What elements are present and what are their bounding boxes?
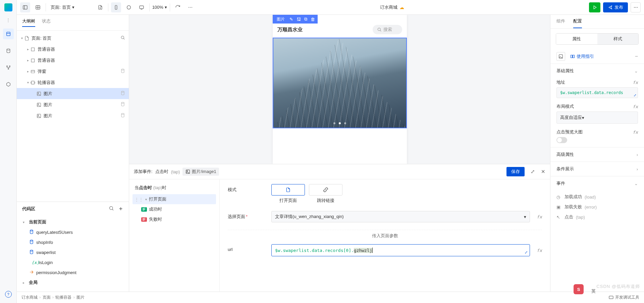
- section-adv-attr[interactable]: 高级属性›: [550, 147, 644, 162]
- tree-row[interactable]: 图片: [17, 88, 129, 99]
- product-logo[interactable]: [4, 3, 12, 11]
- publish-button[interactable]: 发布: [603, 2, 628, 12]
- breadcrumb-item[interactable]: 图片: [76, 295, 86, 300]
- expand-icon[interactable]: ⤢: [634, 93, 636, 97]
- more-menu-icon[interactable]: ⋯: [631, 2, 641, 12]
- code-item[interactable]: queryLatest5Users: [17, 227, 129, 237]
- edit-icon[interactable]: ✎: [289, 17, 293, 22]
- tree-row[interactable]: ▸普通容器: [17, 55, 129, 66]
- nav-pages-icon[interactable]: [3, 29, 14, 39]
- event-item[interactable]: ↖点击 (tap): [550, 212, 644, 222]
- save-icon[interactable]: 🖫: [297, 17, 301, 22]
- layout-label: 布局模式: [556, 103, 574, 110]
- event-target-chip[interactable]: 图片/image1: [182, 168, 219, 176]
- tab-outline[interactable]: 大纲树: [22, 18, 35, 27]
- device-desktop-icon[interactable]: [137, 2, 147, 12]
- topbar: 页面: 首页 ▾ 100%▾ ⋯ 订水商城 ☁ 发布 ⋯: [17, 0, 644, 15]
- svg-marker-18: [594, 6, 596, 9]
- breadcrumb-item[interactable]: 订水商城: [21, 295, 43, 300]
- code-group[interactable]: ▾当前页面: [17, 217, 129, 227]
- code-item[interactable]: shopInfo: [17, 237, 129, 247]
- svg-point-38: [110, 206, 113, 209]
- action-row[interactable]: IF失败时: [132, 214, 216, 224]
- tab-component[interactable]: 组件: [556, 18, 565, 28]
- svg-rect-16: [140, 6, 144, 8]
- delete-icon[interactable]: 🗑: [311, 17, 315, 22]
- tree-row[interactable]: 图片: [17, 110, 129, 121]
- tree-row[interactable]: ▾页面: 首页: [17, 33, 129, 44]
- close-icon[interactable]: ✕: [541, 169, 545, 175]
- event-title-event: 点击时: [155, 169, 168, 175]
- section-base-attr[interactable]: 基础属性⌄: [550, 64, 644, 78]
- seg-style[interactable]: 样式: [597, 34, 639, 44]
- breadcrumb-item[interactable]: 轮播容器: [55, 295, 76, 300]
- tab-config[interactable]: 配置: [573, 18, 582, 28]
- page-selector[interactable]: 页面: 首页 ▾: [49, 3, 76, 12]
- selection-tag: 图片: [275, 16, 286, 22]
- params-header: 传入页面参数: [228, 230, 542, 244]
- overflow-icon[interactable]: ⋯: [185, 2, 196, 12]
- seg-attr[interactable]: 属性: [556, 34, 597, 44]
- svg-point-41: [30, 240, 33, 241]
- code-search-icon[interactable]: [109, 206, 114, 212]
- svg-point-3: [6, 66, 7, 67]
- fx-icon[interactable]: fx: [537, 214, 542, 219]
- section-events[interactable]: 事件⌄: [550, 176, 644, 190]
- help-icon[interactable]: ?: [5, 291, 12, 298]
- code-group[interactable]: ▸全局: [17, 277, 129, 288]
- shop-title: 万顺昌水业: [277, 27, 370, 33]
- expand-expr-icon[interactable]: ⤢: [525, 250, 528, 255]
- svg-point-33: [38, 103, 39, 104]
- zoom-selector[interactable]: 100%▾: [152, 5, 167, 10]
- action-row[interactable]: IF成功时: [132, 204, 216, 214]
- page-select[interactable]: 文章详情(u_wen_zhang_xiang_qin) ▾: [271, 211, 530, 222]
- mode-option[interactable]: 打开页面: [271, 184, 305, 204]
- fx-icon[interactable]: fx: [633, 104, 638, 109]
- event-item[interactable]: ◷加载成功 (load): [550, 192, 644, 202]
- nav-settings-icon[interactable]: [3, 79, 14, 90]
- tree-row[interactable]: ▸普通容器: [17, 44, 129, 55]
- fx-icon[interactable]: fx: [537, 248, 542, 253]
- refresh-icon[interactable]: [173, 2, 183, 12]
- device-mobile-icon[interactable]: [111, 2, 121, 12]
- carousel-image[interactable]: [273, 38, 407, 128]
- code-item[interactable]: permissionJudgment: [17, 267, 129, 277]
- panel-grid-icon[interactable]: [33, 2, 43, 12]
- copy-icon[interactable]: ⧉: [304, 16, 307, 22]
- event-save-button[interactable]: 保存: [506, 167, 525, 176]
- layout-select[interactable]: 高度自适应▾: [556, 112, 638, 124]
- url-expression-input[interactable]: $w.swaperlist.data.records[0].gzhwzlj ⤢: [271, 244, 530, 256]
- breadcrumb-item[interactable]: 页面: [43, 295, 56, 300]
- code-item[interactable]: swaperlist: [17, 247, 129, 257]
- mode-label: 模式: [228, 184, 271, 193]
- tree-row[interactable]: ▸弹窗: [17, 66, 129, 77]
- fx-icon[interactable]: fx: [633, 130, 638, 135]
- mode-option[interactable]: 跳转链接: [309, 184, 342, 204]
- new-page-icon[interactable]: [95, 2, 105, 12]
- image-icon[interactable]: [556, 52, 565, 61]
- code-item[interactable]: (x)isLogin: [17, 257, 129, 267]
- search-input[interactable]: 搜索: [373, 25, 402, 34]
- nav-workflow-icon[interactable]: [3, 62, 14, 73]
- more-icon[interactable]: ⋮: [6, 17, 10, 23]
- preview-button[interactable]: [589, 2, 600, 12]
- code-add-icon[interactable]: ＋: [118, 205, 123, 212]
- collapse-icon[interactable]: −: [635, 53, 638, 59]
- expand-icon[interactable]: ⤢: [531, 169, 535, 175]
- preview-toggle[interactable]: [556, 137, 567, 143]
- src-expression[interactable]: $w.swaperlist.data.records⤢: [556, 87, 638, 98]
- tab-state[interactable]: 状态: [42, 18, 51, 27]
- devtools-link[interactable]: 开发调试工具: [608, 295, 639, 300]
- action-row[interactable]: ⋮⋮▾打开页面: [132, 194, 216, 204]
- usage-guide-link[interactable]: 使用指引: [570, 53, 594, 59]
- section-condition[interactable]: 条件展示›: [550, 162, 644, 176]
- fx-icon[interactable]: fx: [633, 80, 638, 85]
- device-tablet-icon[interactable]: [124, 2, 134, 12]
- chevron-down-icon: ▾: [582, 115, 584, 120]
- tree-row[interactable]: 图片: [17, 99, 129, 110]
- tree-row[interactable]: ▾轮播容器: [17, 77, 129, 88]
- panel-left-icon[interactable]: [20, 2, 30, 12]
- nav-data-icon[interactable]: [3, 45, 14, 56]
- svg-rect-21: [31, 48, 34, 51]
- event-item[interactable]: ▣加载失败 (error): [550, 202, 644, 212]
